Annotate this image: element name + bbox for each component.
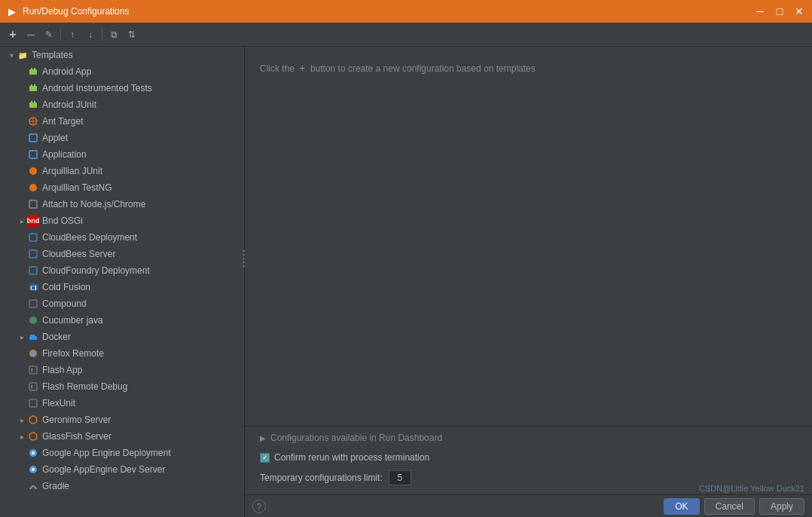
svg-point-39 <box>32 468 35 471</box>
tree-item-cold-fusion[interactable]: ▸ CF Cold Fusion <box>0 279 244 295</box>
tree-item-arquillian-testng[interactable]: ▸ Arquillian TestNG <box>0 179 244 196</box>
tree-item-compound[interactable]: ▸ Compound <box>0 295 244 312</box>
tree-item-application[interactable]: ▸ Application <box>0 146 244 163</box>
config-tree-panel: ▾ 📁 Templates ▸ Android App ▸ Android In… <box>0 47 245 517</box>
confirm-rerun-label: Confirm rerun with process termination <box>274 452 429 463</box>
tree-item-cloudbees-deployment[interactable]: ▸ CloudBees Deployment <box>0 229 244 246</box>
docker-icon <box>27 331 39 343</box>
tree-item-cloudfoundry[interactable]: ▸ CloudFoundry Deployment <box>0 262 244 279</box>
tree-item-android-instrumented[interactable]: ▸ Android Instrumented Tests <box>0 80 244 96</box>
tree-item-cucumber[interactable]: ▸ Cucumber java <box>0 312 244 329</box>
limit-input[interactable] <box>389 470 411 485</box>
help-button[interactable]: ? <box>252 500 266 513</box>
flash-app-icon: f <box>27 364 39 376</box>
svg-point-34 <box>29 416 37 424</box>
android-junit-icon <box>27 99 39 111</box>
cloudbees-server-label: CloudBees Server <box>42 249 115 259</box>
splitter-dot <box>243 250 245 252</box>
toolbar-separator <box>60 29 61 41</box>
tree-root-templates[interactable]: ▾ 📁 Templates <box>0 47 244 63</box>
flash-remote-debug-label: Flash Remote Debug <box>42 381 127 392</box>
move-up-button[interactable]: ↑ <box>64 26 81 43</box>
hint-prefix: Click the <box>260 63 295 74</box>
ok-button[interactable]: OK <box>664 498 699 515</box>
tree-item-applet[interactable]: ▸ Applet <box>0 130 244 146</box>
expand-arrow: ▾ <box>6 50 17 60</box>
cancel-button[interactable]: Cancel <box>704 498 755 515</box>
tree-item-flexunit[interactable]: ▸ FlexUnit <box>0 395 244 411</box>
configurations-available-row[interactable]: ▶ Configurations available in Run Dashbo… <box>260 433 797 443</box>
splitter[interactable] <box>243 250 245 268</box>
remove-button[interactable]: ─ <box>23 26 39 43</box>
application-label: Application <box>42 149 87 160</box>
splitter-dot <box>243 254 245 256</box>
splitter-dot <box>243 258 245 260</box>
bnd-osgi-label: Bnd OSGi <box>42 216 83 226</box>
add-button[interactable]: + <box>5 26 21 43</box>
docker-label: Docker <box>42 332 71 342</box>
tree-item-gradle[interactable]: ▸ Gradle <box>0 478 244 494</box>
tree-item-ant-target[interactable]: ▸ Ant Target <box>0 113 244 130</box>
bnd-osgi-icon: bnd <box>27 215 39 227</box>
sort-button[interactable]: ⇅ <box>124 26 140 43</box>
maximize-button[interactable]: □ <box>773 5 786 18</box>
close-button[interactable]: ✕ <box>792 5 806 18</box>
svg-rect-18 <box>29 250 37 258</box>
confirm-rerun-row: ✓ Confirm rerun with process termination <box>260 452 797 463</box>
svg-text:f: f <box>31 367 33 374</box>
geronimo-label: Geronimo Server <box>42 415 111 425</box>
tree-item-arquillian-junit[interactable]: ▸ Arquillian JUnit <box>0 163 244 179</box>
svg-rect-7 <box>31 101 32 103</box>
temp-config-limit-row: Temporary configurations limit: <box>260 470 797 485</box>
toolbar: + ─ ✎ ↑ ↓ ⧉ ⇅ <box>0 23 812 47</box>
cold-fusion-label: Cold Fusion <box>42 282 90 292</box>
tree-item-cloudbees-server[interactable]: ▸ CloudBees Server <box>0 246 244 262</box>
window-controls: ─ □ ✕ <box>753 5 806 18</box>
cloudbees-server-icon <box>27 248 39 260</box>
dialog-buttons: OK Cancel Apply <box>664 498 804 515</box>
apply-button[interactable]: Apply <box>759 498 804 515</box>
svg-rect-22 <box>29 300 37 307</box>
svg-rect-4 <box>31 84 32 87</box>
svg-rect-3 <box>29 86 37 91</box>
copy-button[interactable]: ⧉ <box>105 26 122 43</box>
applet-label: Applet <box>42 133 68 143</box>
tree-item-bnd-osgi[interactable]: ▸ bnd Bnd OSGi <box>0 213 244 229</box>
flash-app-label: Flash App <box>42 365 82 375</box>
svg-text:CF: CF <box>30 285 38 292</box>
tree-item-firefox-remote[interactable]: ▸ Firefox Remote <box>0 345 244 362</box>
firefox-remote-label: Firefox Remote <box>42 348 104 359</box>
minimize-button[interactable]: ─ <box>753 5 767 18</box>
edit-button[interactable]: ✎ <box>41 26 57 43</box>
dialog-bottom-bar: ? OK Cancel Apply <box>245 494 812 517</box>
attach-nodejs-icon <box>27 198 39 210</box>
right-panel: Click the + button to create a new confi… <box>245 47 812 517</box>
tree-item-docker[interactable]: ▸ Docker <box>0 329 244 345</box>
tree-item-flash-remote-debug[interactable]: ▸ f Flash Remote Debug <box>0 378 244 395</box>
move-down-button[interactable]: ↓ <box>82 26 99 43</box>
svg-rect-33 <box>29 399 37 407</box>
tree-item-google-app-engine[interactable]: ▸ Google App Engine Deployment <box>0 445 244 461</box>
tree-item-glassfish[interactable]: ▸ GlassFish Server <box>0 428 244 445</box>
svg-rect-0 <box>29 69 37 75</box>
tree-item-android-junit[interactable]: ▸ Android JUnit <box>0 96 244 113</box>
configurations-available-label: Configurations available in Run Dashboar… <box>270 433 442 443</box>
arquillian-junit-icon <box>27 165 39 177</box>
android-app-icon <box>27 66 39 78</box>
confirm-rerun-checkbox[interactable]: ✓ <box>260 453 270 463</box>
tree-item-flash-app[interactable]: ▸ f Flash App <box>0 362 244 378</box>
tree-item-geronimo[interactable]: ▸ Geronimo Server <box>0 411 244 428</box>
svg-rect-2 <box>34 68 35 70</box>
svg-rect-12 <box>29 134 37 142</box>
svg-point-15 <box>29 184 37 191</box>
watermark: CSDN@Little Yellow Duck21 <box>699 484 804 493</box>
tree-item-attach-nodejs[interactable]: ▸ Attach to Node.js/Chrome <box>0 196 244 213</box>
limit-label: Temporary configurations limit: <box>260 473 383 483</box>
svg-rect-13 <box>29 151 37 158</box>
svg-rect-1 <box>31 68 32 70</box>
tree-item-android-app[interactable]: ▸ Android App <box>0 63 244 80</box>
tree-item-google-appengine-dev[interactable]: ▸ Google AppEngine Dev Server <box>0 461 244 478</box>
gradle-icon <box>27 480 39 492</box>
svg-point-28 <box>31 351 35 356</box>
android-junit-label: Android JUnit <box>42 99 96 110</box>
